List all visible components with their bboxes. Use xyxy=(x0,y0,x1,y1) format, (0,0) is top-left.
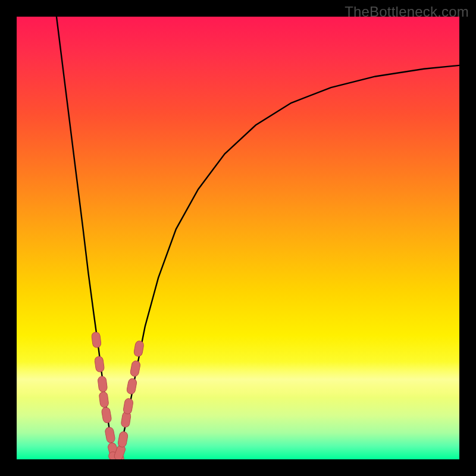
chart-frame: TheBottleneck.com xyxy=(0,0,476,476)
plot-area xyxy=(17,17,459,459)
watermark-text: TheBottleneck.com xyxy=(345,4,469,20)
valley-marker xyxy=(123,398,133,415)
curve-left-branch xyxy=(57,17,116,459)
valley-marker xyxy=(126,378,137,394)
valley-marker xyxy=(117,431,129,447)
valley-marker xyxy=(91,331,101,348)
curve-right-branch xyxy=(116,65,459,459)
valley-marker xyxy=(101,407,112,424)
valley-marker xyxy=(130,360,141,377)
valley-marker xyxy=(99,392,109,408)
valley-marker xyxy=(98,376,108,393)
valley-marker xyxy=(105,427,116,443)
valley-marker xyxy=(94,356,104,372)
valley-marker xyxy=(133,340,144,357)
chart-svg xyxy=(17,17,459,459)
